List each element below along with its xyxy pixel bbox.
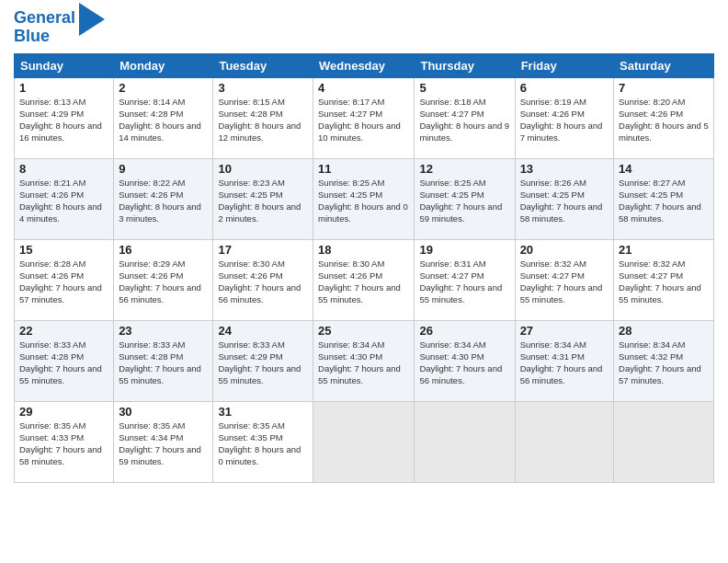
- logo-text: GeneralBlue: [14, 9, 75, 46]
- weekday-header-wednesday: Wednesday: [313, 53, 415, 77]
- day-number: 25: [318, 324, 409, 338]
- calendar-week-4: 22Sunrise: 8:33 AMSunset: 4:28 PMDayligh…: [15, 320, 714, 401]
- cell-info: Sunrise: 8:31 AMSunset: 4:27 PMDaylight:…: [419, 258, 509, 306]
- cell-info: Sunrise: 8:33 AMSunset: 4:28 PMDaylight:…: [19, 339, 108, 387]
- day-number: 2: [119, 81, 208, 95]
- cell-info: Sunrise: 8:23 AMSunset: 4:25 PMDaylight:…: [218, 177, 308, 225]
- calendar-cell: 26Sunrise: 8:34 AMSunset: 4:30 PMDayligh…: [415, 320, 515, 401]
- calendar-cell: 31Sunrise: 8:35 AMSunset: 4:35 PMDayligh…: [213, 401, 313, 482]
- day-number: 1: [19, 81, 108, 95]
- page: GeneralBlue SundayMondayTuesdayWednesday…: [0, 0, 728, 563]
- cell-info: Sunrise: 8:21 AMSunset: 4:26 PMDaylight:…: [19, 177, 108, 225]
- calendar-cell: 3Sunrise: 8:15 AMSunset: 4:28 PMDaylight…: [213, 77, 313, 158]
- cell-info: Sunrise: 8:13 AMSunset: 4:29 PMDaylight:…: [19, 96, 108, 144]
- calendar-cell: 8Sunrise: 8:21 AMSunset: 4:26 PMDaylight…: [15, 158, 114, 239]
- logo-icon: [79, 3, 105, 36]
- calendar-cell: 5Sunrise: 8:18 AMSunset: 4:27 PMDaylight…: [415, 77, 515, 158]
- day-number: 26: [419, 324, 509, 338]
- calendar-cell: 15Sunrise: 8:28 AMSunset: 4:26 PMDayligh…: [15, 239, 114, 320]
- calendar-cell: 7Sunrise: 8:20 AMSunset: 4:26 PMDaylight…: [614, 77, 714, 158]
- weekday-header-thursday: Thursday: [415, 53, 515, 77]
- calendar-week-3: 15Sunrise: 8:28 AMSunset: 4:26 PMDayligh…: [15, 239, 714, 320]
- day-number: 9: [119, 162, 208, 176]
- day-number: 22: [19, 324, 108, 338]
- calendar-cell: 19Sunrise: 8:31 AMSunset: 4:27 PMDayligh…: [415, 239, 515, 320]
- day-number: 20: [520, 243, 609, 257]
- day-number: 12: [419, 162, 509, 176]
- cell-info: Sunrise: 8:34 AMSunset: 4:32 PMDaylight:…: [619, 339, 709, 387]
- cell-info: Sunrise: 8:34 AMSunset: 4:31 PMDaylight:…: [520, 339, 609, 387]
- cell-info: Sunrise: 8:28 AMSunset: 4:26 PMDaylight:…: [19, 258, 108, 306]
- day-number: 14: [619, 162, 709, 176]
- cell-info: Sunrise: 8:20 AMSunset: 4:26 PMDaylight:…: [619, 96, 709, 144]
- day-number: 19: [419, 243, 509, 257]
- cell-info: Sunrise: 8:35 AMSunset: 4:34 PMDaylight:…: [119, 419, 208, 468]
- calendar-table: SundayMondayTuesdayWednesdayThursdayFrid…: [14, 53, 714, 483]
- weekday-header-saturday: Saturday: [614, 53, 714, 77]
- calendar-cell: 16Sunrise: 8:29 AMSunset: 4:26 PMDayligh…: [114, 239, 213, 320]
- day-number: 6: [520, 81, 609, 95]
- cell-info: Sunrise: 8:15 AMSunset: 4:28 PMDaylight:…: [218, 96, 308, 144]
- calendar-cell: 6Sunrise: 8:19 AMSunset: 4:26 PMDaylight…: [515, 77, 613, 158]
- cell-info: Sunrise: 8:22 AMSunset: 4:26 PMDaylight:…: [119, 177, 208, 225]
- cell-info: Sunrise: 8:17 AMSunset: 4:27 PMDaylight:…: [318, 96, 409, 144]
- day-number: 18: [318, 243, 409, 257]
- day-number: 13: [520, 162, 609, 176]
- calendar-cell: 17Sunrise: 8:30 AMSunset: 4:26 PMDayligh…: [213, 239, 313, 320]
- day-number: 10: [218, 162, 308, 176]
- cell-info: Sunrise: 8:25 AMSunset: 4:25 PMDaylight:…: [419, 177, 509, 225]
- calendar-cell: 24Sunrise: 8:33 AMSunset: 4:29 PMDayligh…: [213, 320, 313, 401]
- calendar-week-2: 8Sunrise: 8:21 AMSunset: 4:26 PMDaylight…: [15, 158, 714, 239]
- day-number: 11: [318, 162, 409, 176]
- weekday-header-monday: Monday: [114, 53, 213, 77]
- weekday-header-friday: Friday: [515, 53, 613, 77]
- logo: GeneralBlue: [14, 9, 105, 46]
- calendar-cell: [415, 401, 515, 482]
- cell-info: Sunrise: 8:27 AMSunset: 4:25 PMDaylight:…: [619, 177, 709, 225]
- calendar-cell: [614, 401, 714, 482]
- calendar-week-1: 1Sunrise: 8:13 AMSunset: 4:29 PMDaylight…: [15, 77, 714, 158]
- calendar-cell: 14Sunrise: 8:27 AMSunset: 4:25 PMDayligh…: [614, 158, 714, 239]
- calendar-cell: 27Sunrise: 8:34 AMSunset: 4:31 PMDayligh…: [515, 320, 613, 401]
- calendar-cell: [515, 401, 613, 482]
- cell-info: Sunrise: 8:29 AMSunset: 4:26 PMDaylight:…: [119, 258, 208, 306]
- calendar-cell: 22Sunrise: 8:33 AMSunset: 4:28 PMDayligh…: [15, 320, 114, 401]
- day-number: 27: [520, 324, 609, 338]
- svg-marker-0: [79, 3, 105, 36]
- calendar-cell: 18Sunrise: 8:30 AMSunset: 4:26 PMDayligh…: [313, 239, 415, 320]
- cell-info: Sunrise: 8:33 AMSunset: 4:28 PMDaylight:…: [119, 339, 208, 387]
- calendar-cell: 2Sunrise: 8:14 AMSunset: 4:28 PMDaylight…: [114, 77, 213, 158]
- calendar-cell: [313, 401, 415, 482]
- calendar-cell: 12Sunrise: 8:25 AMSunset: 4:25 PMDayligh…: [415, 158, 515, 239]
- cell-info: Sunrise: 8:34 AMSunset: 4:30 PMDaylight:…: [318, 339, 409, 387]
- day-number: 21: [619, 243, 709, 257]
- calendar-cell: 29Sunrise: 8:35 AMSunset: 4:33 PMDayligh…: [15, 401, 114, 482]
- day-number: 15: [19, 243, 108, 257]
- day-number: 24: [218, 324, 308, 338]
- cell-info: Sunrise: 8:32 AMSunset: 4:27 PMDaylight:…: [520, 258, 609, 306]
- calendar-cell: 1Sunrise: 8:13 AMSunset: 4:29 PMDaylight…: [15, 77, 114, 158]
- calendar-cell: 21Sunrise: 8:32 AMSunset: 4:27 PMDayligh…: [614, 239, 714, 320]
- cell-info: Sunrise: 8:14 AMSunset: 4:28 PMDaylight:…: [119, 96, 208, 144]
- cell-info: Sunrise: 8:26 AMSunset: 4:25 PMDaylight:…: [520, 177, 609, 225]
- calendar-cell: 28Sunrise: 8:34 AMSunset: 4:32 PMDayligh…: [614, 320, 714, 401]
- day-number: 28: [619, 324, 709, 338]
- calendar-cell: 11Sunrise: 8:25 AMSunset: 4:25 PMDayligh…: [313, 158, 415, 239]
- day-number: 30: [119, 405, 208, 419]
- day-number: 7: [619, 81, 709, 95]
- calendar-week-5: 29Sunrise: 8:35 AMSunset: 4:33 PMDayligh…: [15, 401, 714, 482]
- day-number: 29: [19, 405, 108, 419]
- calendar-cell: 30Sunrise: 8:35 AMSunset: 4:34 PMDayligh…: [114, 401, 213, 482]
- cell-info: Sunrise: 8:33 AMSunset: 4:29 PMDaylight:…: [218, 339, 308, 387]
- cell-info: Sunrise: 8:34 AMSunset: 4:30 PMDaylight:…: [419, 339, 509, 387]
- calendar-cell: 25Sunrise: 8:34 AMSunset: 4:30 PMDayligh…: [313, 320, 415, 401]
- weekday-header-tuesday: Tuesday: [213, 53, 313, 77]
- cell-info: Sunrise: 8:35 AMSunset: 4:33 PMDaylight:…: [19, 419, 108, 468]
- cell-info: Sunrise: 8:35 AMSunset: 4:35 PMDaylight:…: [218, 419, 308, 468]
- calendar-cell: 9Sunrise: 8:22 AMSunset: 4:26 PMDaylight…: [114, 158, 213, 239]
- day-number: 17: [218, 243, 308, 257]
- day-number: 16: [119, 243, 208, 257]
- day-number: 5: [419, 81, 509, 95]
- cell-info: Sunrise: 8:18 AMSunset: 4:27 PMDaylight:…: [419, 96, 509, 144]
- day-number: 31: [218, 405, 308, 419]
